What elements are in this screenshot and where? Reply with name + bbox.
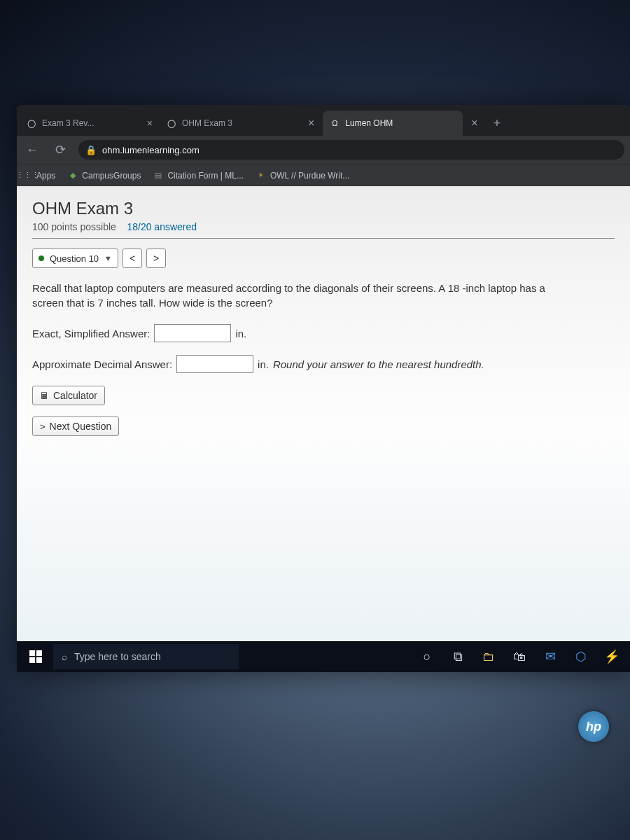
circle-icon: ◯ [167, 118, 176, 128]
tab-3-active[interactable]: Ω Lumen OHM [323, 111, 463, 136]
exact-answer-input[interactable] [154, 324, 231, 342]
chevron-down-icon: ▼ [104, 254, 112, 262]
page-content: OHM Exam 3 100 points possible 18/20 ans… [17, 186, 630, 672]
campus-icon: ◆ [68, 171, 78, 181]
owl-icon: ✶ [256, 171, 266, 181]
calculator-label: Calculator [53, 390, 97, 401]
circle-icon: ◯ [27, 118, 36, 128]
tab-strip: ◯ Exam 3 Rev... × ◯ OHM Exam 3 × Ω Lumen… [17, 105, 630, 136]
taskbar-search[interactable]: ⌕ Type here to search [53, 644, 239, 669]
reload-button[interactable]: ⟳ [50, 140, 70, 160]
tab-title: Exam 3 Rev... [42, 118, 141, 128]
svg-rect-1 [36, 650, 42, 656]
doc-icon: ▤ [153, 171, 163, 181]
browser-window: ◯ Exam 3 Rev... × ◯ OHM Exam 3 × Ω Lumen… [17, 105, 630, 672]
prev-question-button[interactable]: < [122, 248, 142, 268]
dropbox-icon[interactable]: ⬡ [567, 644, 595, 669]
next-question-label: Next Question [50, 421, 112, 432]
cortana-icon[interactable]: ○ [413, 644, 441, 669]
close-icon[interactable]: × [463, 117, 486, 130]
svg-rect-3 [36, 657, 42, 663]
close-icon[interactable]: × [300, 117, 323, 130]
tab-title: OHM Exam 3 [182, 118, 293, 128]
app-icon[interactable]: ⚡ [598, 644, 626, 669]
next-question-button-main[interactable]: > Next Question [32, 416, 119, 436]
bookmark-label: Citation Form | ML... [167, 171, 243, 181]
mail-icon[interactable]: ✉ [536, 644, 564, 669]
bookmark-label: Apps [36, 171, 55, 181]
next-question-button[interactable]: > [146, 248, 166, 268]
approx-answer-label: Approximate Decimal Answer: [32, 358, 172, 370]
exam-title: OHM Exam 3 [32, 199, 615, 218]
exact-answer-label: Exact, Simplified Answer: [32, 328, 150, 340]
hp-label: hp [586, 720, 601, 734]
bookmark-owl[interactable]: ✶ OWL // Purdue Writ... [256, 171, 349, 181]
bookmark-citation[interactable]: ▤ Citation Form | ML... [153, 171, 243, 181]
exact-answer-row: Exact, Simplified Answer: in. [32, 324, 615, 342]
status-dot-icon [38, 255, 44, 261]
taskbar: ⌕ Type here to search ○ ⧉ 🗀 🛍 ✉ ⬡ ⚡ [17, 641, 630, 672]
question-text: Recall that laptop computers are measure… [32, 281, 578, 310]
windows-icon [29, 650, 42, 663]
url-box[interactable]: 🔒 ohm.lumenlearning.com [78, 140, 624, 160]
apps-icon: ⋮⋮⋮ [22, 171, 32, 181]
store-icon[interactable]: 🛍 [505, 644, 533, 669]
back-button[interactable]: ← [22, 140, 42, 160]
task-view-icon[interactable]: ⧉ [444, 644, 472, 669]
svg-rect-2 [29, 657, 35, 663]
omega-icon: Ω [330, 118, 340, 128]
tab-title: Lumen OHM [345, 118, 456, 128]
tab-1[interactable]: ◯ Exam 3 Rev... × [20, 111, 160, 136]
bookmarks-bar: ⋮⋮⋮ Apps ◆ CampusGroups ▤ Citation Form … [17, 164, 630, 186]
tab-2[interactable]: ◯ OHM Exam 3 [160, 111, 300, 136]
search-placeholder: Type here to search [74, 651, 161, 662]
exact-unit: in. [235, 328, 246, 340]
close-icon[interactable]: × [147, 118, 153, 129]
approx-answer-input[interactable] [176, 355, 253, 373]
bookmark-apps[interactable]: ⋮⋮⋮ Apps [22, 171, 55, 181]
new-tab-button[interactable]: + [486, 116, 508, 131]
url-host: ohm.lumenlearning.com [102, 145, 200, 155]
calculator-icon: 🖩 [40, 391, 49, 401]
svg-rect-0 [29, 650, 35, 656]
search-icon: ⌕ [62, 651, 67, 662]
address-bar: ← ⟳ 🔒 ohm.lumenlearning.com [17, 136, 630, 164]
divider [32, 238, 615, 239]
bookmark-label: CampusGroups [82, 171, 141, 181]
exam-meta: 100 points possible 18/20 answered [32, 221, 615, 232]
bookmark-label: OWL // Purdue Writ... [270, 171, 349, 181]
bookmark-campusgroups[interactable]: ◆ CampusGroups [68, 171, 141, 181]
question-selector-label: Question 10 [50, 253, 99, 264]
approx-answer-row: Approximate Decimal Answer: in. Round yo… [32, 355, 615, 373]
file-explorer-icon[interactable]: 🗀 [475, 644, 503, 669]
chevron-right-icon: > [40, 421, 46, 432]
answered-count: 18/20 answered [127, 221, 197, 232]
question-selector[interactable]: Question 10 ▼ [32, 248, 118, 268]
start-button[interactable] [21, 644, 50, 669]
points-possible: 100 points possible [32, 221, 116, 232]
approx-hint: Round your answer to the nearest hundred… [273, 358, 484, 370]
lock-icon: 🔒 [85, 145, 97, 155]
approx-unit: in. [258, 358, 269, 370]
hp-logo: hp [578, 711, 609, 742]
calculator-button[interactable]: 🖩 Calculator [32, 386, 105, 405]
question-nav-row: Question 10 ▼ < > [32, 248, 615, 268]
